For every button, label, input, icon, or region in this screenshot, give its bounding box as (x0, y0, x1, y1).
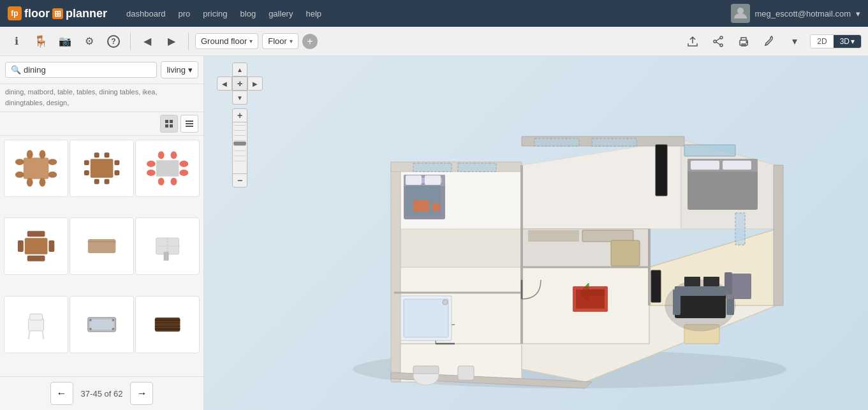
furniture-item[interactable] (70, 217, 134, 275)
logo[interactable]: fp floor ⊞ planner (8, 6, 107, 20)
category-dropdown[interactable]: living ▾ (161, 61, 198, 78)
user-email: meg_escott@hotmail.com (755, 9, 851, 18)
nav-blog[interactable]: blog (240, 9, 256, 18)
svg-point-23 (39, 178, 45, 187)
furniture-item[interactable] (135, 296, 200, 353)
pan-right-button[interactable]: ▶ (247, 77, 263, 91)
next-page-button[interactable]: → (130, 382, 153, 405)
svg-rect-107 (656, 145, 667, 196)
settings-button[interactable]: ⚙ (79, 31, 99, 52)
svg-rect-9 (170, 120, 173, 123)
view-mode-bar (0, 112, 203, 136)
svg-point-40 (158, 178, 165, 186)
main-content: 🔍 living ▾ dining, matbord, table, table… (0, 56, 868, 410)
svg-point-17 (15, 172, 24, 178)
grid-view-button[interactable] (160, 115, 178, 133)
nav-dashboard[interactable]: dashboard (126, 9, 165, 18)
furniture-item[interactable] (135, 140, 200, 197)
print-button[interactable] (733, 31, 754, 52)
canvas-area[interactable]: ▲ ◀ ✛ ▶ ▼ + (204, 56, 868, 410)
floor-chevron-icon: ▾ (249, 38, 253, 45)
next-icon: → (136, 388, 147, 399)
zoom-in-button[interactable]: + (232, 108, 247, 122)
furniture-item[interactable] (4, 140, 68, 197)
photo-button[interactable]: 📷 (55, 31, 75, 52)
furniture-item[interactable] (135, 217, 200, 275)
pan-down-button[interactable]: ▼ (232, 91, 247, 105)
svg-line-4 (716, 38, 720, 41)
svg-rect-30 (104, 152, 109, 157)
info-button[interactable]: ℹ (6, 31, 27, 52)
list-view-button[interactable] (180, 115, 198, 133)
zoom-controls: + − (232, 108, 247, 187)
help-button[interactable]: ? (103, 31, 124, 52)
svg-point-63 (112, 328, 114, 330)
nav-help[interactable]: help (305, 9, 321, 18)
export-button[interactable] (682, 31, 703, 52)
zoom-out-button[interactable]: − (232, 173, 247, 187)
toolbar-separator-2 (188, 33, 189, 50)
view-selector[interactable]: Floor ▾ (262, 33, 298, 49)
logo-planner: planner (66, 7, 107, 20)
nav-next-button[interactable]: ▶ (161, 31, 182, 52)
svg-rect-131 (458, 366, 474, 380)
view-label: Floor (268, 36, 287, 46)
view-3d-button[interactable]: 3D ▾ (834, 35, 861, 48)
svg-rect-11 (170, 124, 173, 128)
view-3d-label: 3D (840, 37, 850, 46)
svg-rect-59 (89, 319, 115, 330)
svg-rect-115 (611, 240, 640, 266)
nav-pro[interactable]: pro (178, 9, 190, 18)
svg-rect-8 (165, 120, 168, 123)
pan-left-button[interactable]: ◀ (217, 77, 232, 91)
svg-point-61 (112, 319, 114, 321)
svg-rect-28 (114, 170, 119, 175)
floor-label: Ground floor (201, 36, 247, 46)
share-button[interactable] (708, 31, 728, 52)
furniture-item[interactable] (4, 217, 68, 275)
furniture-item[interactable] (70, 296, 134, 353)
furniture-grid (0, 136, 203, 376)
svg-rect-113 (528, 230, 579, 242)
navigation-controls: ▲ ◀ ✛ ▶ ▼ + (217, 62, 263, 187)
floor-plan[interactable] (330, 101, 809, 395)
more-tools-button[interactable]: ▾ (784, 31, 805, 52)
main-toolbar: ℹ 🪑 📷 ⚙ ? ◀ ▶ Ground floor ▾ Floor ▾ + (0, 27, 868, 56)
toolbar-right: ▾ 2D 3D ▾ (682, 31, 862, 52)
svg-point-2 (720, 44, 723, 47)
furniture-item[interactable] (4, 296, 68, 353)
svg-point-38 (158, 151, 165, 159)
svg-rect-55 (30, 314, 43, 320)
tools-button[interactable] (759, 31, 779, 52)
svg-point-16 (15, 159, 24, 165)
search-icon: 🔍 (11, 65, 21, 75)
pan-up-button[interactable]: ▲ (232, 62, 247, 77)
search-input[interactable] (24, 65, 151, 75)
nav-gallery[interactable]: gallery (268, 9, 293, 18)
svg-rect-46 (27, 256, 45, 261)
pan-center-button[interactable]: ✛ (232, 77, 247, 91)
svg-rect-24 (91, 159, 114, 178)
svg-marker-83 (391, 162, 522, 172)
view-chevron-icon: ▾ (290, 38, 293, 45)
svg-marker-72 (394, 229, 522, 267)
svg-rect-103 (425, 175, 441, 185)
prev-page-button[interactable]: ← (50, 382, 73, 405)
logo-icon-box: ⊞ (52, 8, 63, 19)
add-floor-button[interactable]: + (302, 34, 318, 49)
svg-point-0 (737, 8, 744, 14)
nav-pricing[interactable]: pricing (203, 9, 227, 18)
floor-selector[interactable]: Ground floor ▾ (195, 33, 258, 49)
svg-rect-105 (413, 200, 429, 212)
view-2d-button[interactable]: 2D (811, 35, 833, 48)
add-icon: + (307, 36, 313, 47)
info-icon: ℹ (15, 35, 18, 47)
svg-rect-43 (18, 240, 24, 252)
svg-line-56 (29, 331, 30, 339)
toolbar-separator-1 (130, 33, 131, 50)
zoom-slider[interactable] (233, 142, 246, 145)
user-menu[interactable]: meg_escott@hotmail.com ▾ (731, 4, 860, 23)
furniture-item[interactable] (70, 140, 134, 197)
furniture-button[interactable]: 🪑 (31, 31, 51, 52)
nav-prev-button[interactable]: ◀ (137, 31, 158, 52)
